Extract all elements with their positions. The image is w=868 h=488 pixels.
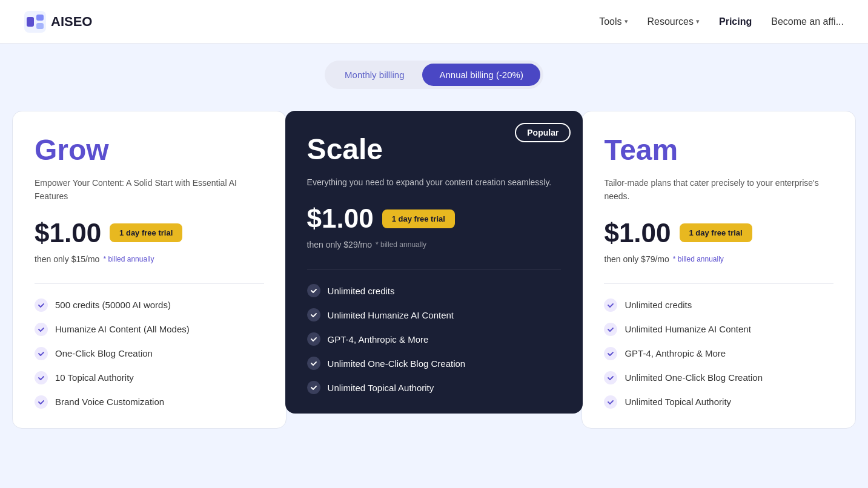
nav-item-affiliate[interactable]: Become an affi... xyxy=(771,16,844,27)
billing-toggle-area: Monthly billling Annual billing (-20%) xyxy=(0,44,868,111)
scale-feature-3: GPT-4, Anthropic & More xyxy=(307,332,562,346)
grow-check-4 xyxy=(35,371,48,384)
team-billed-annually: * billed annually xyxy=(673,255,724,263)
team-plan-name: Team xyxy=(604,133,833,167)
scale-plan-card: Popular Scale Everything you need to exp… xyxy=(285,111,583,414)
annual-billing-button[interactable]: Annual billing (-20%) xyxy=(422,64,540,86)
team-plan-card: Team Tailor-made plans that cater precis… xyxy=(581,111,856,429)
scale-plan-description: Everything you need to expand your conte… xyxy=(307,176,562,189)
grow-feature-4: 10 Topical Authority xyxy=(35,371,264,384)
logo-text: AISEO xyxy=(51,14,92,30)
monthly-billing-button[interactable]: Monthly billling xyxy=(328,64,421,86)
scale-check-4 xyxy=(307,357,320,370)
scale-trial-badge: 1 day free trial xyxy=(382,209,455,228)
scale-billed-annually: * billed annually xyxy=(376,240,426,249)
team-price-row: $1.00 1 day free trial xyxy=(604,218,833,248)
team-trial-badge: 1 day free trial xyxy=(680,223,752,242)
grow-billed-annually: * billed annually xyxy=(103,255,154,263)
billing-toggle: Monthly billling Annual billing (-20%) xyxy=(325,61,543,89)
team-price: $1.00 xyxy=(604,218,671,248)
grow-trial-badge: 1 day free trial xyxy=(110,223,182,242)
scale-check-5 xyxy=(307,381,320,394)
resources-chevron-icon: ▾ xyxy=(696,18,700,25)
grow-check-5 xyxy=(35,395,48,409)
team-plan-description: Tailor-made plans that cater precisely t… xyxy=(604,176,833,203)
grow-billing-note: then only $15/mo * billed annually xyxy=(35,254,264,264)
team-check-2 xyxy=(604,323,617,336)
tools-link[interactable]: Tools ▾ xyxy=(599,16,628,27)
scale-check-2 xyxy=(307,308,320,321)
grow-check-3 xyxy=(35,347,48,360)
grow-plan-card: Grow Empower Your Content: A Solid Start… xyxy=(12,111,287,429)
grow-features-list: 500 credits (50000 AI words) Humanize AI… xyxy=(35,298,264,409)
scale-check-1 xyxy=(307,284,320,297)
grow-check-2 xyxy=(35,323,48,336)
svg-rect-1 xyxy=(27,17,34,27)
scale-price: $1.00 xyxy=(307,203,374,234)
svg-rect-2 xyxy=(36,15,44,21)
affiliate-link[interactable]: Become an affi... xyxy=(771,16,844,27)
grow-feature-2: Humanize AI Content (All Modes) xyxy=(35,323,264,336)
nav-item-pricing[interactable]: Pricing xyxy=(719,16,752,27)
scale-check-3 xyxy=(307,332,320,346)
team-check-4 xyxy=(604,371,617,384)
team-check-5 xyxy=(604,395,617,409)
team-feature-5: Unlimited Topical Authority xyxy=(604,395,833,409)
scale-feature-1: Unlimited credits xyxy=(307,284,562,297)
scale-feature-5: Unlimited Topical Authority xyxy=(307,381,562,394)
team-check-3 xyxy=(604,347,617,360)
pricing-link[interactable]: Pricing xyxy=(719,16,752,27)
grow-plan-description: Empower Your Content: A Solid Start with… xyxy=(35,176,264,203)
grow-price-row: $1.00 1 day free trial xyxy=(35,218,264,248)
scale-features-list: Unlimited credits Unlimited Humanize AI … xyxy=(307,284,562,394)
grow-divider xyxy=(35,283,264,284)
scale-price-row: $1.00 1 day free trial xyxy=(307,203,562,234)
scale-billing-note: then only $29/mo * billed annually xyxy=(307,240,562,249)
grow-feature-5: Brand Voice Customization xyxy=(35,395,264,409)
scale-divider xyxy=(307,269,562,269)
grow-feature-3: One-Click Blog Creation xyxy=(35,347,264,360)
pricing-area: Grow Empower Your Content: A Solid Start… xyxy=(0,111,868,429)
resources-link[interactable]: Resources ▾ xyxy=(648,16,700,27)
team-check-1 xyxy=(604,298,617,312)
tools-chevron-icon: ▾ xyxy=(624,18,628,25)
nav-item-tools[interactable]: Tools ▾ xyxy=(599,16,628,27)
grow-plan-name: Grow xyxy=(35,133,264,167)
scale-feature-4: Unlimited One-Click Blog Creation xyxy=(307,357,562,370)
popular-badge: Popular xyxy=(515,123,571,142)
team-feature-2: Unlimited Humanize AI Content xyxy=(604,323,833,336)
team-feature-4: Unlimited One-Click Blog Creation xyxy=(604,371,833,384)
team-features-list: Unlimited credits Unlimited Humanize AI … xyxy=(604,298,833,409)
grow-feature-1: 500 credits (50000 AI words) xyxy=(35,298,264,312)
logo-icon xyxy=(24,11,46,33)
team-feature-1: Unlimited credits xyxy=(604,298,833,312)
scale-feature-2: Unlimited Humanize AI Content xyxy=(307,308,562,321)
nav-item-resources[interactable]: Resources ▾ xyxy=(648,16,700,27)
grow-price: $1.00 xyxy=(35,218,101,248)
grow-check-1 xyxy=(35,298,48,312)
logo-area: AISEO xyxy=(24,11,599,33)
svg-rect-3 xyxy=(36,23,44,29)
team-feature-3: GPT-4, Anthropic & More xyxy=(604,347,833,360)
team-divider xyxy=(604,283,833,284)
team-billing-note: then only $79/mo * billed annually xyxy=(604,254,833,264)
nav-links: Tools ▾ Resources ▾ Pricing Become an af… xyxy=(599,16,844,27)
navbar: AISEO Tools ▾ Resources ▾ Pricing Become… xyxy=(0,0,868,44)
